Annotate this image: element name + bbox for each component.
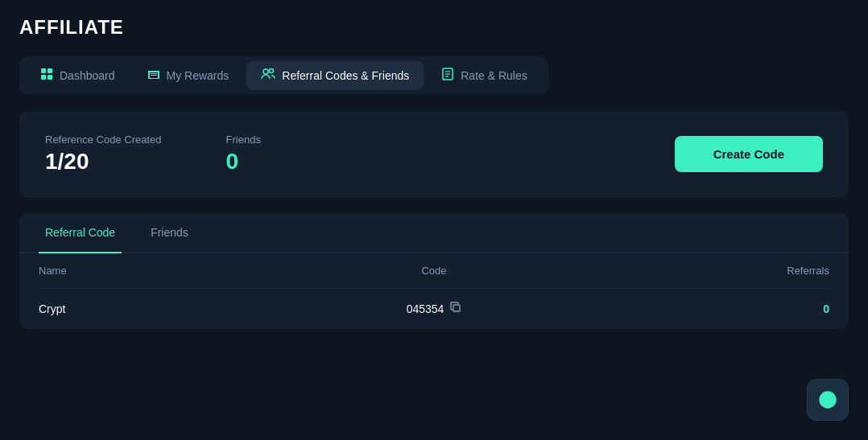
svg-rect-6 — [158, 71, 159, 79]
nav-item-dashboard[interactable]: Dashboard — [26, 61, 130, 90]
table-tabs: Referral Code Friends — [19, 213, 849, 253]
stats-card: Reference Code Created 1/20 Friends 0 Cr… — [19, 111, 849, 197]
svg-rect-3 — [48, 75, 52, 80]
svg-rect-9 — [151, 75, 157, 76]
friends-value: 0 — [226, 149, 261, 175]
table-row: Crypt 045354 0 — [39, 289, 829, 329]
code-value: 045354 — [407, 302, 444, 315]
svg-rect-16 — [453, 305, 460, 311]
nav-label-referral-codes: Referral Codes & Friends — [282, 69, 409, 82]
svg-point-10 — [263, 69, 268, 74]
stat-friends: Friends 0 — [226, 134, 261, 175]
row-code: 045354 — [302, 302, 565, 315]
tab-referral-code[interactable]: Referral Code — [39, 213, 122, 253]
tab-friends[interactable]: Friends — [144, 213, 195, 253]
reference-code-label: Reference Code Created — [45, 134, 162, 146]
col-header-code: Code — [302, 265, 565, 277]
svg-rect-2 — [41, 75, 46, 80]
svg-rect-7 — [148, 78, 159, 79]
support-button[interactable] — [807, 379, 849, 421]
svg-rect-5 — [148, 71, 150, 79]
col-header-name: Name — [39, 265, 302, 277]
svg-rect-0 — [41, 68, 46, 73]
dashboard-icon — [40, 68, 53, 84]
nav-item-my-rewards[interactable]: My Rewards — [133, 61, 244, 90]
table-card: Referral Code Friends Name Code Referral… — [19, 213, 849, 329]
stat-reference-code: Reference Code Created 1/20 — [45, 134, 162, 175]
svg-point-11 — [270, 69, 274, 73]
svg-rect-1 — [48, 68, 52, 73]
nav-bar: Dashboard My Rewards — [19, 56, 548, 95]
nav-label-my-rewards: My Rewards — [167, 69, 229, 82]
create-code-button[interactable]: Create Code — [675, 136, 823, 172]
svg-point-18 — [825, 397, 831, 403]
rate-rules-icon — [441, 68, 454, 84]
rewards-icon — [147, 68, 160, 84]
col-header-referrals: Referrals — [566, 265, 829, 277]
reference-code-value: 1/20 — [45, 149, 162, 175]
nav-label-dashboard: Dashboard — [60, 69, 115, 82]
nav-item-rate-rules[interactable]: Rate & Rules — [427, 61, 541, 90]
copy-icon[interactable] — [450, 302, 461, 315]
svg-rect-8 — [151, 73, 157, 74]
nav-item-referral-codes[interactable]: Referral Codes & Friends — [246, 61, 424, 90]
row-referrals: 0 — [566, 302, 829, 315]
friends-label: Friends — [226, 134, 261, 146]
nav-label-rate-rules: Rate & Rules — [461, 69, 527, 82]
referral-icon — [261, 68, 275, 84]
svg-rect-4 — [148, 71, 159, 72]
row-name: Crypt — [39, 302, 302, 315]
table-wrapper: Name Code Referrals Crypt 045354 0 — [19, 253, 849, 329]
app-title: AFFILIATE — [19, 16, 849, 39]
table-header: Name Code Referrals — [39, 253, 829, 289]
